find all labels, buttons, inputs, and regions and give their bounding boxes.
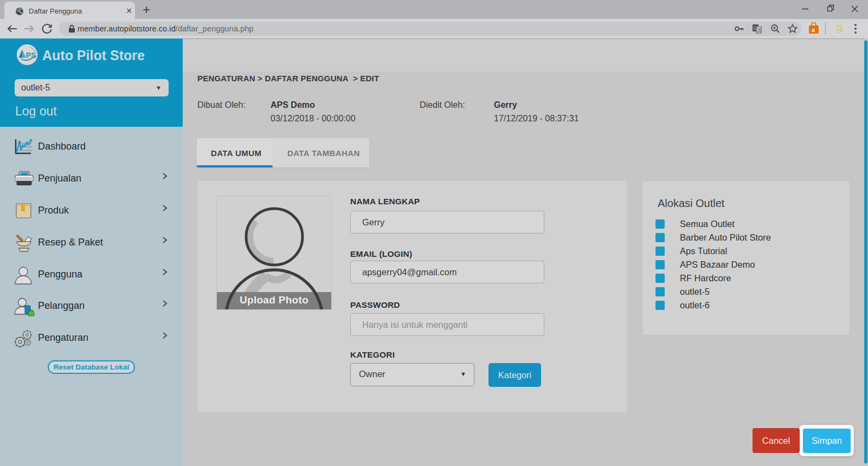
svg-text:a: a — [812, 27, 815, 33]
svg-text:文: 文 — [757, 28, 762, 33]
